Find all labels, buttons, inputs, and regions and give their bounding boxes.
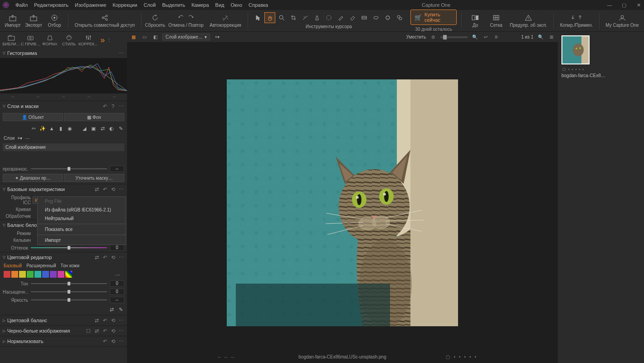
gradient-tool[interactable] bbox=[359, 12, 370, 23]
maximize-icon[interactable]: ▢ bbox=[621, 2, 627, 8]
swatch-cyan[interactable] bbox=[34, 271, 41, 278]
menu-edit[interactable]: Редактировать bbox=[34, 2, 68, 8]
layer-select[interactable]: Слой изображе…▾ bbox=[162, 34, 210, 40]
export-button[interactable]: Экспорт bbox=[24, 11, 43, 31]
menu-dots-icon[interactable]: ⋯ bbox=[118, 103, 124, 109]
swatch-orange[interactable] bbox=[11, 271, 18, 278]
menu-dots-icon[interactable]: ⋯ bbox=[118, 50, 124, 56]
tab-tether[interactable]: С ПРИВ… bbox=[21, 34, 40, 46]
brush-tool[interactable] bbox=[335, 12, 346, 23]
menu-adjust[interactable]: Коррекции bbox=[112, 2, 137, 8]
tint-value[interactable]: 0 bbox=[110, 245, 124, 251]
dd-neutral[interactable]: Нейтральный bbox=[38, 214, 126, 223]
copy-icon[interactable]: ⇄ bbox=[93, 254, 100, 260]
tab-advanced[interactable]: Расширенный bbox=[26, 263, 56, 268]
feather-mask-icon[interactable]: ◐ bbox=[108, 125, 115, 132]
keystone-tool[interactable] bbox=[312, 12, 322, 23]
menu-layer[interactable]: Слой bbox=[144, 2, 156, 8]
tab-skin[interactable]: Тон кожи bbox=[61, 263, 79, 268]
swatch-all[interactable] bbox=[65, 271, 72, 278]
minimize-icon[interactable]: — bbox=[607, 2, 612, 8]
canvas[interactable]: ------ bogdan-farca-CEx86maLUSс-unsplash… bbox=[127, 43, 558, 363]
radial-tool[interactable] bbox=[371, 12, 381, 23]
brush-mask-icon[interactable]: ✏ bbox=[30, 125, 37, 132]
zoom-in-icon[interactable]: 🔍 bbox=[471, 34, 478, 41]
menu-view[interactable]: Вид bbox=[215, 2, 224, 8]
mycaptureone-button[interactable]: My Capture One bbox=[604, 11, 640, 31]
eraser-tool[interactable] bbox=[347, 12, 358, 23]
clone-tool[interactable] bbox=[394, 12, 405, 23]
linear-mask-icon[interactable]: ▮ bbox=[57, 125, 64, 132]
remove-layer-icon[interactable]: — bbox=[25, 136, 29, 141]
filter-icon[interactable]: ⊪ bbox=[493, 34, 500, 41]
undo-icon[interactable]: ↶ bbox=[102, 186, 108, 192]
zoom-out-icon[interactable]: ⊖ bbox=[429, 34, 437, 41]
ai-mask-icon[interactable]: ▲ bbox=[48, 125, 55, 132]
menu-help[interactable]: Справка bbox=[249, 2, 268, 8]
swatch-purple[interactable] bbox=[50, 271, 57, 278]
reset-button[interactable]: Сбросить bbox=[146, 11, 164, 31]
sat-value[interactable]: 0 bbox=[110, 289, 124, 295]
add-layer-icon[interactable]: +▾ bbox=[17, 136, 22, 141]
background-button[interactable]: ▦ Фон bbox=[64, 113, 124, 121]
close-icon[interactable]: ✕ bbox=[636, 2, 641, 8]
thumb-rating[interactable]: ▢••••• bbox=[561, 66, 640, 72]
copy-icon[interactable]: ⇄ bbox=[93, 186, 100, 192]
copy-apply-button[interactable]: Копир./Примен. bbox=[558, 11, 595, 31]
undo-redo-button[interactable]: Отмена / Повтор bbox=[167, 11, 205, 31]
single-view-icon[interactable]: ▭ bbox=[141, 34, 148, 41]
tab-library[interactable]: БИБЛИ… bbox=[2, 34, 21, 46]
invert-mask-icon[interactable]: ⇄ bbox=[99, 125, 106, 132]
auto-button[interactable]: Автокоррекция bbox=[208, 11, 243, 31]
pointer-tool[interactable] bbox=[253, 12, 263, 23]
magic-brush-icon[interactable]: ✨ bbox=[39, 125, 46, 132]
tab-style[interactable]: СТИЛЬ bbox=[59, 34, 78, 46]
picker-icon[interactable]: ✎ bbox=[117, 306, 124, 313]
grid-button[interactable]: Сетка bbox=[487, 11, 505, 31]
share-button[interactable]: Открыть совместный доступ bbox=[73, 11, 137, 31]
buy-button[interactable]: 🛒Купить сейчас bbox=[410, 10, 457, 25]
chevron-right-icon[interactable]: » bbox=[100, 35, 105, 45]
luma-range-button[interactable]: ✦ Диапазон яр… bbox=[3, 174, 63, 182]
help-icon[interactable]: ? bbox=[110, 103, 116, 109]
coloreditor-header[interactable]: ▽Цветовой редактор⇄↶⟲⋯ bbox=[0, 252, 127, 262]
zoom-tool[interactable] bbox=[276, 12, 287, 23]
thumbnail[interactable] bbox=[561, 35, 590, 64]
opacity-value[interactable]: -- bbox=[110, 166, 124, 172]
menu-image[interactable]: Изображение bbox=[75, 2, 106, 8]
bw-header[interactable]: ▷Черно-белые изображения☐⇄↶⟲⋯ bbox=[0, 326, 127, 336]
reset-icon[interactable]: ⟲ bbox=[110, 186, 116, 192]
straighten-tool[interactable] bbox=[300, 12, 311, 23]
menu-select[interactable]: Выделить bbox=[162, 2, 185, 8]
layers-header[interactable]: ▽Слои и маски↶?⋯ bbox=[0, 101, 127, 111]
menu-window[interactable]: Окно bbox=[230, 2, 242, 8]
dd-showall[interactable]: Показать все bbox=[38, 225, 126, 234]
undo-icon[interactable]: ↶ bbox=[102, 254, 108, 260]
tab-adjust[interactable]: КОРРЕК… bbox=[78, 34, 98, 46]
menu-camera[interactable]: Камера bbox=[191, 2, 209, 8]
reset-icon[interactable]: ⟲ bbox=[110, 254, 116, 260]
normalize-header[interactable]: ▷Нормализовать↶⟲⋯ bbox=[0, 336, 127, 346]
spot-tool[interactable] bbox=[323, 12, 334, 23]
object-button[interactable]: 👤 Объект bbox=[3, 113, 63, 121]
settings-icon[interactable]: ⊞ bbox=[548, 34, 555, 41]
swatch-red[interactable] bbox=[4, 271, 10, 278]
eraser-mask-icon[interactable]: ◢ bbox=[81, 125, 88, 132]
swatch-green[interactable] bbox=[27, 271, 34, 278]
settings-icon[interactable]: ⇄ bbox=[108, 306, 115, 313]
refine-mask-icon[interactable]: ✎ bbox=[117, 125, 124, 132]
base-header[interactable]: ▽Базовые характеристики⇄↶⟲⋯ bbox=[0, 184, 127, 194]
fill-mask-icon[interactable]: ▣ bbox=[90, 125, 97, 132]
menu-file[interactable]: Файл bbox=[15, 2, 28, 8]
tab-shape[interactable]: ФОРМА bbox=[40, 34, 59, 46]
zoom-slider[interactable] bbox=[443, 35, 447, 39]
rating-dots[interactable]: ▢••••• bbox=[446, 354, 476, 359]
toggle-browser-icon[interactable]: ↩ bbox=[482, 34, 489, 41]
before-button[interactable]: До bbox=[466, 11, 484, 31]
search-icon[interactable]: 🔍 bbox=[537, 34, 544, 41]
swatch-yellow[interactable] bbox=[19, 271, 26, 278]
histogram-header[interactable]: ▽Гистограмма⋯ bbox=[0, 48, 127, 58]
add-icon[interactable]: +▾ bbox=[214, 34, 221, 41]
heal-tool[interactable] bbox=[382, 12, 393, 23]
menu-dots-icon[interactable]: ⋯ bbox=[118, 254, 124, 260]
